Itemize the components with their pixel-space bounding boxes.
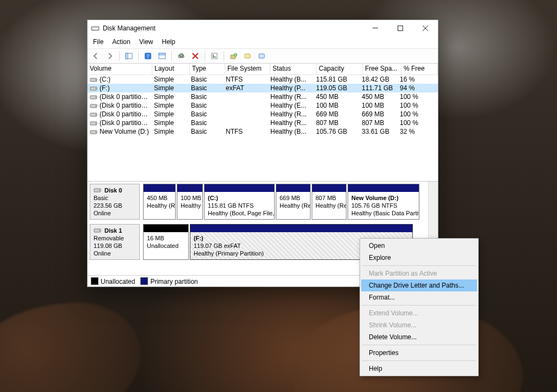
menu-help[interactable]: Help [158, 36, 180, 48]
partition-title: (C:) [208, 194, 271, 202]
partition-unallocated[interactable]: 16 MBUnallocated [143, 224, 189, 260]
svg-rect-9 [159, 53, 165, 55]
partitions: 450 MBHealthy (Rec100 MBHealthy(C:)115.8… [143, 184, 426, 220]
volume-free: 18.42 GB [360, 75, 398, 84]
volume-row[interactable]: (Disk 0 partition 1)SimpleBasicHealthy (… [88, 92, 438, 101]
disk-meta[interactable]: Disk 1Removable119.08 GBOnline [90, 224, 140, 260]
svg-rect-16 [259, 54, 264, 58]
partition-header-bar [177, 184, 202, 192]
partition-size: 105.76 GB NTFS [351, 202, 416, 209]
volume-name: New Volume (D:) [100, 128, 149, 135]
partition[interactable]: New Volume (D:)105.76 GB NTFSHealthy (Ba… [348, 184, 419, 220]
close-button[interactable] [413, 20, 438, 36]
minimize-button[interactable] [363, 20, 388, 36]
ctx-explore[interactable]: Explore [361, 252, 477, 264]
volume-layout: Simple [152, 92, 189, 101]
volume-name: (Disk 0 partition 1) [100, 93, 152, 101]
volume-row[interactable]: (Disk 0 partition 2)SimpleBasicHealthy (… [88, 101, 438, 110]
attach-vhd-icon[interactable] [242, 50, 253, 62]
svg-point-32 [99, 190, 100, 191]
svg-point-22 [95, 97, 96, 98]
drive-icon [90, 77, 97, 83]
partition-status: Healthy (Basic Data Partitio [351, 209, 416, 217]
menu-file[interactable]: File [89, 36, 108, 48]
svg-rect-3 [398, 26, 403, 31]
ctx-properties[interactable]: Properties [361, 347, 477, 359]
volume-free: 33.61 GB [360, 127, 398, 136]
menu-action[interactable]: Action [108, 36, 134, 48]
disk-size: 119.08 GB [94, 242, 136, 250]
volume-status: Healthy (B... [268, 75, 314, 84]
volume-row[interactable]: (Disk 0 partition 6)SimpleBasicHealthy (… [88, 119, 438, 127]
partition-status: Healthy (Reco [280, 202, 307, 209]
volume-row[interactable]: (Disk 0 partition 5)SimpleBasicHealthy (… [88, 110, 438, 119]
legend-primary: Primary partition [140, 277, 197, 285]
maximize-button[interactable] [388, 20, 413, 36]
svg-text:?: ? [147, 53, 150, 59]
svg-point-18 [95, 79, 96, 80]
col-layout[interactable]: Layout [152, 64, 190, 74]
partition[interactable]: 100 MBHealthy [177, 184, 203, 220]
col-status[interactable]: Status [270, 64, 317, 74]
partition[interactable]: 807 MBHealthy (Reco [312, 184, 346, 220]
show-hide-console-tree-icon[interactable] [123, 50, 135, 62]
toolbar-separator [171, 51, 172, 61]
ctx-help[interactable]: Help [361, 363, 477, 375]
volume-list-header: Volume Layout Type File System Status Ca… [88, 64, 438, 75]
settings-icon[interactable] [156, 50, 168, 62]
volume-pctfree: 100 % [398, 92, 438, 101]
refresh-icon[interactable] [175, 50, 187, 62]
col-volume[interactable]: Volume [88, 64, 152, 74]
partition-context-menu: Open Explore Mark Partition as Active Ch… [360, 238, 479, 376]
svg-rect-1 [92, 28, 98, 29]
partition-size: 807 MB [315, 194, 343, 202]
volume-layout: Simple [152, 84, 189, 92]
svg-rect-11 [212, 53, 217, 59]
col-pctfree[interactable]: % Free [401, 64, 438, 74]
partition-status: Healthy (Reco [315, 202, 343, 209]
volume-row[interactable]: (C:)SimpleBasicNTFSHealthy (B...115.81 G… [88, 75, 438, 84]
partition-size: 115.81 GB NTFS [208, 202, 271, 209]
scrollbar-thumb[interactable] [430, 184, 437, 200]
partition[interactable]: 669 MBHealthy (Reco [276, 184, 311, 220]
volume-row[interactable]: (F:)SimpleBasicexFATHealthy (P...119.05 … [88, 84, 438, 92]
ctx-extend: Extend Volume... [361, 307, 477, 319]
ctx-change-drive-letter[interactable]: Change Drive Letter and Paths... [361, 279, 477, 291]
volume-type: Basic [189, 92, 224, 101]
partition-header-bar [190, 225, 412, 232]
menu-view[interactable]: View [135, 36, 158, 48]
drive-icon [90, 103, 97, 109]
volume-free: 669 MB [360, 110, 398, 119]
ctx-format[interactable]: Format... [361, 291, 477, 303]
volume-type: Basic [189, 101, 224, 110]
partition[interactable]: (C:)115.81 GB NTFSHealthy (Boot, Page Fi… [204, 184, 275, 220]
properties-icon[interactable] [208, 50, 220, 62]
titlebar[interactable]: Disk Management [88, 20, 438, 36]
disk-meta[interactable]: Disk 0Basic223.56 GBOnline [90, 184, 140, 220]
partition-header-bar [348, 184, 419, 192]
drive-icon [90, 129, 97, 135]
volume-row[interactable]: New Volume (D:)SimpleBasicNTFSHealthy (B… [88, 127, 438, 136]
volume-free: 111.71 GB [360, 84, 398, 92]
delete-icon[interactable] [189, 50, 201, 62]
partition-status: Healthy [181, 202, 199, 209]
ctx-open[interactable]: Open [361, 240, 477, 252]
col-freespace[interactable]: Free Spa... [363, 64, 401, 74]
help-icon[interactable]: ? [142, 50, 154, 62]
volume-type: Basic [189, 127, 224, 136]
volume-status: Healthy (E... [268, 101, 314, 110]
svg-rect-5 [126, 53, 128, 59]
partition-title: New Volume (D:) [351, 194, 416, 202]
volume-capacity: 807 MB [314, 119, 360, 127]
col-filesystem[interactable]: File System [225, 64, 270, 74]
create-vhd-icon[interactable] [227, 50, 239, 62]
col-type[interactable]: Type [190, 64, 225, 74]
detach-vhd-icon[interactable] [256, 50, 268, 62]
back-button[interactable] [90, 50, 102, 62]
ctx-delete[interactable]: Delete Volume... [361, 331, 477, 343]
forward-button[interactable] [104, 50, 116, 62]
svg-point-20 [95, 88, 96, 89]
col-capacity[interactable]: Capacity [317, 64, 363, 74]
partition[interactable]: 450 MBHealthy (Rec [143, 184, 176, 220]
svg-point-30 [95, 132, 96, 133]
